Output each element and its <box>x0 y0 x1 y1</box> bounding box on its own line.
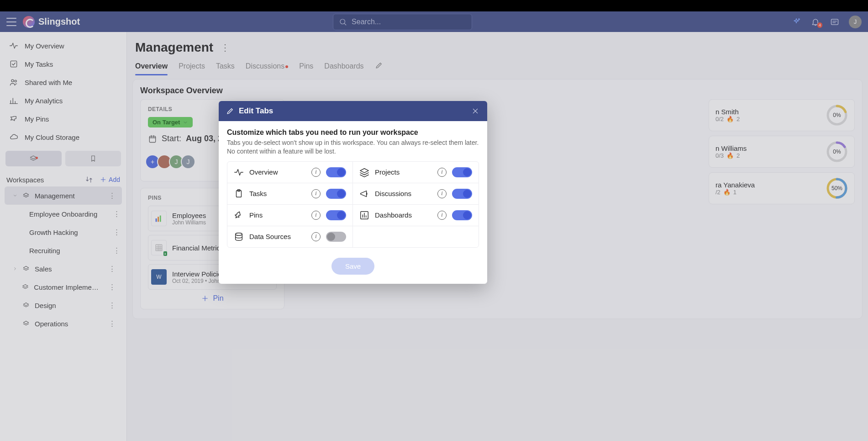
toggle-label: Dashboards <box>375 211 432 219</box>
info-icon[interactable]: i <box>437 211 447 220</box>
toggle-row-discussions: Discussions i <box>353 183 479 205</box>
toggle-label: Discussions <box>375 190 432 197</box>
toggle-switch[interactable] <box>452 167 472 177</box>
dashboard-icon <box>359 210 369 220</box>
modal-description: Tabs you de-select won't show up in this… <box>227 138 479 156</box>
info-icon[interactable]: i <box>311 168 321 177</box>
pencil-icon <box>226 107 234 115</box>
activity-icon <box>234 167 244 177</box>
megaphone-icon <box>359 189 369 199</box>
toggle-switch[interactable] <box>326 210 346 220</box>
tab-toggle-grid: Overview i Projects i Tasks i <box>227 161 479 248</box>
edit-tabs-modal: Edit Tabs Customize which tabs you need … <box>219 101 487 284</box>
toggle-switch[interactable] <box>326 189 346 199</box>
toggle-row-data-sources: Data Sources i <box>227 226 353 247</box>
pin-icon <box>234 210 244 220</box>
toggle-label: Tasks <box>249 190 306 197</box>
info-icon[interactable]: i <box>311 189 321 198</box>
toggle-label: Projects <box>375 168 432 176</box>
toggle-label: Pins <box>249 211 306 219</box>
toggle-label: Data Sources <box>249 233 306 240</box>
toggle-row-projects: Projects i <box>353 162 479 183</box>
modal-header: Edit Tabs <box>219 101 487 121</box>
svg-marker-42 <box>360 169 368 173</box>
close-icon <box>472 107 479 115</box>
toggle-row-overview: Overview i <box>227 162 353 183</box>
close-button[interactable] <box>471 106 480 116</box>
info-icon[interactable]: i <box>437 189 447 198</box>
modal-title: Edit Tabs <box>239 106 273 116</box>
toggle-switch[interactable] <box>326 232 346 242</box>
info-icon[interactable]: i <box>311 211 321 220</box>
save-button[interactable]: Save <box>331 258 374 275</box>
toggle-label: Overview <box>249 168 306 176</box>
modal-heading: Customize which tabs you need to run you… <box>227 128 479 137</box>
toggle-switch[interactable] <box>452 210 472 220</box>
toggle-row-dashboards: Dashboards i <box>353 205 479 226</box>
info-icon[interactable]: i <box>437 168 447 177</box>
toggle-switch[interactable] <box>452 189 472 199</box>
stack-icon <box>359 167 369 177</box>
toggle-switch[interactable] <box>326 167 346 177</box>
toggle-row-pins: Pins i <box>227 205 353 226</box>
svg-point-49 <box>236 233 242 236</box>
clipboard-icon <box>234 189 244 199</box>
toggle-row-tasks: Tasks i <box>227 183 353 205</box>
database-icon <box>234 232 244 242</box>
info-icon[interactable]: i <box>311 232 321 241</box>
